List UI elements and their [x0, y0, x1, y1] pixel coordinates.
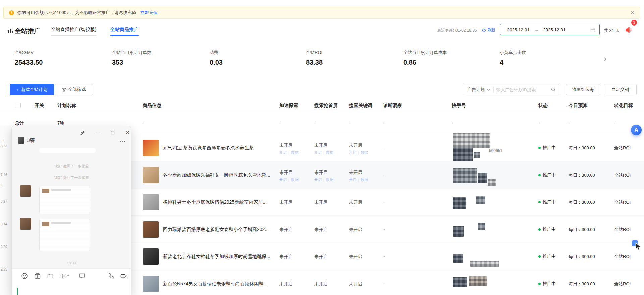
open-link[interactable]: 开启 — [349, 177, 356, 182]
table-header-row: 开关 计划名称 商品信息 加速探索 搜索抢首屏 搜索关键词 诊断洞察 快手号 状… — [0, 99, 644, 112]
message-screenshot[interactable] — [39, 186, 90, 214]
recharge-link[interactable]: 立即充值 — [140, 10, 158, 16]
search-screen-status: 未开启 — [314, 281, 327, 287]
budget-value: 每日：300.00 — [569, 172, 595, 178]
col-account: 快手号 — [452, 103, 466, 109]
blurred-account-mosaic — [453, 133, 490, 148]
status-dot — [538, 255, 541, 258]
diagnosis-value: - — [383, 199, 385, 204]
tab-live-promotion[interactable]: 全站直播推广(智投版) — [50, 24, 97, 37]
video-call-icon[interactable] — [120, 272, 128, 280]
new-plan-button[interactable]: + 新建全站计划 — [10, 84, 54, 95]
filter-button[interactable]: 全部筛选 — [55, 84, 93, 95]
date-start-value[interactable]: 2025-12-01 — [504, 27, 532, 32]
data-link[interactable]: 数据 — [326, 177, 333, 182]
custom-columns-button[interactable]: 自定义列 — [604, 84, 637, 95]
search-screen-status: 未开启 — [314, 169, 327, 176]
plan-type-select[interactable]: 广告计划 — [464, 87, 493, 93]
goal-value: 全站ROI — [614, 227, 631, 233]
chat-contact-name: J森 — [27, 137, 35, 144]
data-link[interactable]: 数据 — [291, 150, 299, 155]
chat-list-time: 0/14 — [1, 222, 7, 226]
floating-assistant-button[interactable]: A — [631, 125, 642, 135]
search-screen-status: 未开启 — [314, 254, 327, 260]
pin-icon[interactable] — [79, 129, 86, 136]
chat-input-area[interactable] — [12, 268, 131, 295]
blurred-account-mosaic — [453, 226, 464, 237]
chat-list-strip: + 8:33 7:46 F... 8:27 0/14 2/29 2/29 — [0, 125, 11, 295]
total-dash: - — [279, 120, 281, 125]
quick-actions: 开启|数据 — [314, 150, 333, 155]
date-range-picker[interactable]: 2025-12-01 → 2025-12-31 — [500, 24, 600, 35]
chat-list-time: 2/29 — [1, 267, 7, 271]
total-dash: - — [569, 120, 570, 125]
refresh-button[interactable]: 刷新 — [482, 27, 495, 33]
diagnosis-value: - — [383, 145, 385, 150]
data-link[interactable]: 数据 — [326, 150, 333, 155]
blurred-account-mosaic — [488, 179, 496, 186]
traffic-red-blue-sea-button[interactable]: 流量红蓝海 — [566, 84, 600, 95]
diagnosis-value: - — [383, 281, 385, 286]
chat-more-icon[interactable]: ⋯ — [120, 138, 126, 145]
minimize-icon[interactable]: — — [94, 129, 102, 136]
sticker-box-icon[interactable] — [34, 272, 41, 280]
tab-product-promotion[interactable]: 全站商品推广 — [110, 24, 139, 37]
promo-megaphone-icon[interactable] — [625, 26, 633, 34]
select-all-checkbox[interactable] — [16, 103, 21, 108]
message-screenshot[interactable] — [39, 219, 90, 251]
accelerate-status: 未开启 — [279, 142, 292, 148]
total-dash: - — [538, 120, 540, 125]
col-budget: 今日预算 — [569, 103, 587, 109]
open-link[interactable]: 开启 — [314, 150, 322, 155]
chat-list-time: 8:27 — [1, 200, 7, 203]
voice-call-icon[interactable] — [108, 272, 115, 280]
search-keyword-status: 未开启 — [349, 227, 362, 233]
open-link[interactable]: 开启 — [349, 150, 356, 155]
screenshot-scissors-icon[interactable] — [59, 272, 70, 280]
diagnosis-value: - — [383, 254, 385, 259]
budget-value: 每日：300.00 — [569, 281, 595, 287]
data-link[interactable]: 数据 — [361, 177, 368, 182]
open-link[interactable]: 开启 — [279, 150, 287, 155]
search-icon[interactable] — [551, 87, 556, 92]
banner-close-icon[interactable]: ✕ — [630, 10, 634, 16]
status-cell: 推广中 — [538, 253, 556, 259]
product-name: 棉拖鞋男士冬季厚底保暖情侣2025新款室内家居... — [163, 199, 267, 205]
stat-cost: 花费0.03 — [210, 50, 223, 66]
search-keyword-status: 未开启 — [349, 142, 362, 148]
search-screen-status: 未开启 — [314, 227, 327, 233]
stat-order-cost: 全站当日累计订单成本0.86 — [403, 50, 447, 66]
plan-search-input[interactable] — [494, 87, 551, 92]
chat-list-plus-icon[interactable]: + — [2, 137, 4, 143]
open-link[interactable]: 开启 — [279, 177, 287, 182]
total-label: 总计 — [15, 120, 24, 126]
total-dash: - — [452, 120, 453, 125]
app-logo-icon — [7, 28, 13, 34]
accelerate-status: 未开启 — [279, 199, 292, 205]
search-screen-status: 未开启 — [314, 199, 327, 205]
recall-message: "J森" 撤回了一条消息 — [12, 164, 131, 169]
data-link[interactable]: 数据 — [361, 150, 368, 155]
total-dash: - — [314, 120, 316, 125]
close-icon[interactable]: ✕ — [124, 129, 131, 136]
open-link[interactable]: 开启 — [314, 177, 322, 182]
chat-avatar — [18, 137, 24, 144]
caret-down-icon — [67, 275, 69, 277]
blurred-account-mosaic — [474, 152, 480, 158]
emoji-icon[interactable] — [21, 272, 28, 280]
product-cell: 棉拖鞋男士冬季厚底保暖情侣2025新款室内家居... — [143, 194, 267, 210]
folder-icon[interactable] — [47, 272, 54, 280]
stats-next-chevron-icon[interactable]: › — [604, 54, 607, 64]
maximize-icon[interactable] — [109, 129, 116, 136]
status-dot — [538, 174, 541, 176]
budget-value: 每日：300.00 — [569, 254, 595, 260]
col-product: 商品信息 — [143, 103, 161, 109]
page-title: 全站推广 — [15, 27, 40, 35]
status-cell: 推广中 — [538, 281, 556, 287]
promotion-tabs: 全站直播推广(智投版) 全站商品推广 — [50, 24, 139, 37]
message-timestamp: 18:33 — [12, 261, 131, 265]
data-link[interactable]: 数据 — [291, 177, 299, 182]
date-end-value[interactable]: 2025-12-31 — [541, 27, 569, 32]
funnel-icon — [62, 88, 66, 92]
chat-history-icon[interactable] — [78, 272, 86, 280]
